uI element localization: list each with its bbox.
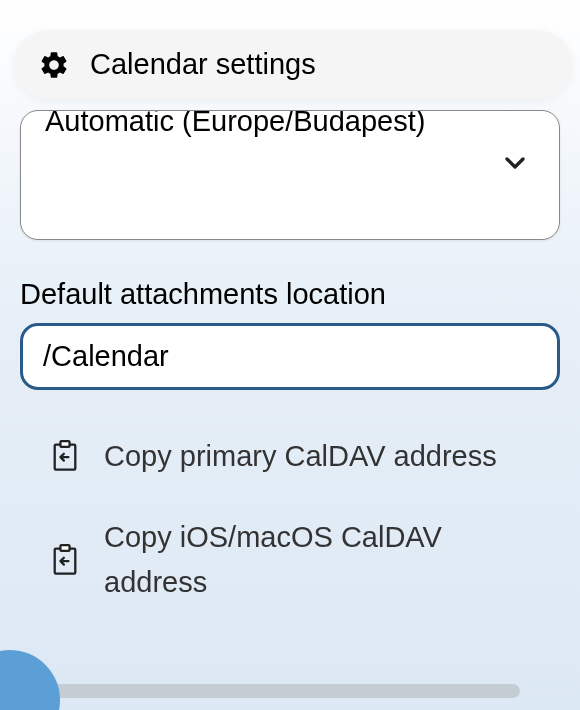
actions-list: Copy primary CalDAV address Copy iOS/mac… xyxy=(20,416,560,623)
copy-primary-label: Copy primary CalDAV address xyxy=(104,434,497,479)
decorative-corner xyxy=(0,650,60,710)
settings-header: Calendar settings xyxy=(14,30,572,99)
copy-ios-label: Copy iOS/macOS CalDAV address xyxy=(104,515,532,605)
attachments-label: Default attachments location xyxy=(20,278,560,311)
chevron-down-icon xyxy=(499,147,531,179)
timezone-dropdown[interactable]: Automatic (Europe/Budapest) xyxy=(20,110,560,240)
attachments-location-input[interactable] xyxy=(20,323,560,390)
horizontal-scrollbar[interactable] xyxy=(22,684,520,698)
gear-icon xyxy=(38,49,70,81)
settings-title: Calendar settings xyxy=(90,48,316,81)
svg-rect-3 xyxy=(60,545,69,551)
copy-primary-caldav-button[interactable]: Copy primary CalDAV address xyxy=(20,416,560,497)
svg-rect-1 xyxy=(60,442,69,448)
copy-ios-caldav-button[interactable]: Copy iOS/macOS CalDAV address xyxy=(20,497,560,623)
clipboard-arrow-icon xyxy=(48,544,82,576)
clipboard-arrow-icon xyxy=(48,440,82,472)
timezone-value: Automatic (Europe/Budapest) xyxy=(45,110,425,138)
